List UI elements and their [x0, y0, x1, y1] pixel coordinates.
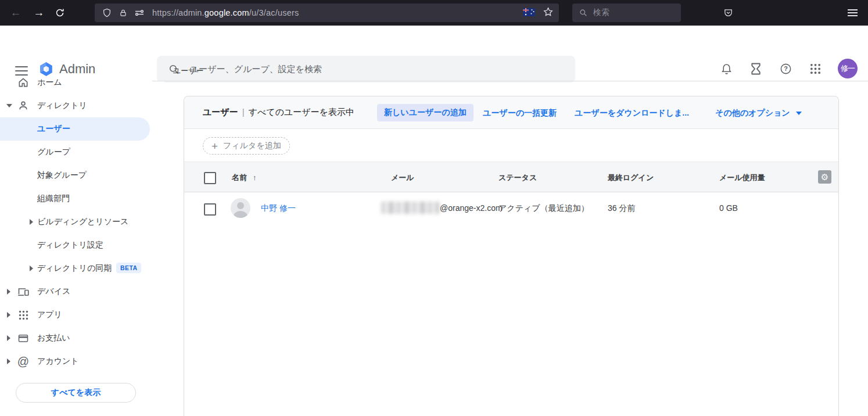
person-icon — [17, 100, 29, 112]
chevron-down-icon[interactable] — [6, 104, 12, 107]
tasks-hourglass-icon[interactable] — [749, 62, 763, 76]
show-all-button[interactable]: すべてを表示 — [16, 383, 136, 403]
users-card: ユーザー|すべてのユーザーを表示中 新しいユーザーの追加 ユーザーの一括更新 ユ… — [184, 96, 839, 416]
breadcrumb-divider — [152, 81, 868, 81]
table-row[interactable]: 中野 修一 @orange-x2.com アクティブ（最近追加） 36 分前 0… — [184, 192, 838, 224]
table-settings-gear-icon[interactable]: ⚙ — [818, 170, 831, 184]
screen: ← → https://admin.google.com/u/3/ac/user… — [0, 0, 868, 416]
google-apps-grid-icon[interactable] — [808, 62, 822, 76]
users-toolbar: ユーザー|すべてのユーザーを表示中 新しいユーザーの追加 ユーザーの一括更新 ユ… — [184, 96, 838, 129]
redacted-email-prefix — [381, 202, 439, 214]
row-checkbox[interactable] — [204, 203, 216, 216]
users-card-title: ユーザー|すべてのユーザーを表示中 — [203, 107, 354, 118]
user-email-usage: 0 GB — [719, 203, 738, 213]
bookmark-star-icon[interactable] — [543, 7, 553, 19]
chevron-right-icon[interactable] — [7, 358, 10, 364]
filter-row: + フィルタを追加 — [184, 129, 838, 162]
more-options-menu[interactable]: その他のオプション — [715, 108, 802, 119]
sidebar-item-devices[interactable]: デバイス — [0, 280, 150, 303]
sidebar-nav: ホーム ディレクトリ ユーザー グループ 対象グループ 組織部門 ビルディングと… — [0, 81, 164, 416]
account-avatar[interactable]: 修一 — [838, 59, 858, 78]
sidebar-item-directory[interactable]: ディレクトリ — [0, 94, 150, 117]
user-last-login: 36 分前 — [608, 203, 635, 214]
users-table-header: 名前↑ メール ステータス 最終ログイン メール使用量 ⚙ — [184, 162, 838, 192]
pocket-icon[interactable] — [719, 4, 737, 21]
column-header-status[interactable]: ステータス — [498, 173, 537, 183]
user-avatar — [231, 198, 250, 218]
column-header-last-login[interactable]: 最終ログイン — [608, 173, 654, 183]
add-user-button[interactable]: 新しいユーザーの追加 — [377, 104, 474, 121]
add-filter-chip[interactable]: + フィルタを追加 — [203, 137, 290, 155]
sidebar-item-groups[interactable]: グループ — [0, 141, 150, 164]
sidebar-item-users[interactable]: ユーザー — [0, 117, 150, 141]
at-sign-icon: @ — [17, 356, 29, 367]
download-users-link[interactable]: ユーザーをダウンロードしま... — [575, 108, 689, 119]
devices-icon — [17, 286, 29, 297]
beta-badge: BETA — [116, 263, 141, 273]
column-header-name[interactable]: 名前↑ — [232, 173, 257, 183]
chevron-right-icon[interactable] — [30, 219, 33, 225]
chevron-right-icon[interactable] — [7, 312, 10, 318]
svg-text:?: ? — [784, 65, 788, 72]
sidebar-item-target-groups[interactable]: 対象グループ — [0, 164, 150, 187]
credit-card-icon — [17, 332, 29, 344]
extension-flag-icon[interactable] — [523, 8, 535, 18]
sidebar-item-buildings-resources[interactable]: ビルディングとリソース — [0, 210, 150, 234]
help-icon[interactable]: ? — [779, 62, 792, 76]
admin-search-placeholder: ユーザー、グループ、設定を検索 — [190, 64, 322, 75]
dropdown-arrow-icon — [796, 112, 802, 115]
menu-icon[interactable] — [844, 4, 861, 21]
sidebar-item-account[interactable]: @ アカウント — [0, 350, 150, 373]
sidebar-item-directory-sync[interactable]: ディレクトリの同期 BETA — [0, 257, 150, 280]
chevron-right-icon[interactable] — [7, 335, 10, 341]
bulk-update-users-link[interactable]: ユーザーの一括更新 — [483, 108, 557, 119]
url-bar[interactable]: https://admin.google.com/u/3/ac/users — [95, 3, 559, 22]
chevron-right-icon[interactable] — [30, 266, 33, 271]
permissions-icon[interactable] — [135, 9, 144, 17]
sidebar-item-home[interactable]: ホーム — [0, 71, 150, 94]
user-name-link[interactable]: 中野 修一 — [261, 203, 296, 214]
column-header-email[interactable]: メール — [391, 173, 414, 183]
browser-toolbar: ← → https://admin.google.com/u/3/ac/user… — [0, 0, 868, 26]
sidebar-item-apps[interactable]: アプリ — [0, 303, 150, 327]
apps-grid-icon — [17, 309, 29, 321]
sort-ascending-icon[interactable]: ↑ — [253, 173, 257, 182]
home-icon — [17, 77, 29, 88]
sidebar-item-org-units[interactable]: 組織部門 — [0, 187, 150, 210]
user-email-domain: @orange-x2.com — [440, 203, 503, 213]
shield-icon[interactable] — [102, 8, 112, 17]
browser-search-placeholder: 検索 — [593, 8, 609, 18]
lock-icon[interactable] — [119, 9, 127, 17]
forward-icon[interactable]: → — [30, 4, 48, 21]
sidebar-item-directory-settings[interactable]: ディレクトリ設定 — [0, 234, 150, 257]
back-icon[interactable]: ← — [7, 4, 24, 21]
select-all-checkbox[interactable] — [204, 172, 216, 184]
browser-search-field[interactable]: 検索 — [572, 3, 681, 22]
url-text: https://admin.google.com/u/3/ac/users — [152, 8, 299, 17]
sidebar-item-billing[interactable]: お支払い — [0, 327, 150, 350]
plus-icon: + — [211, 141, 218, 152]
breadcrumb[interactable]: ユーザー — [173, 66, 204, 76]
reload-icon[interactable] — [51, 4, 69, 21]
user-status: アクティブ（最近追加） — [498, 203, 589, 214]
notifications-bell-icon[interactable] — [719, 62, 733, 76]
chevron-right-icon[interactable] — [7, 289, 10, 295]
column-header-email-usage[interactable]: メール使用量 — [719, 173, 765, 183]
admin-search-bar[interactable]: ユーザー、グループ、設定を検索 — [157, 56, 575, 83]
